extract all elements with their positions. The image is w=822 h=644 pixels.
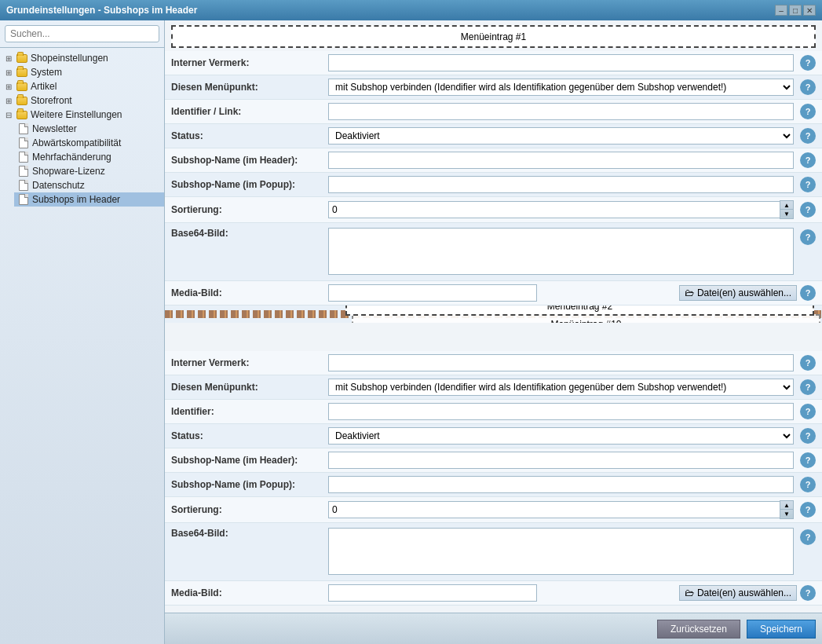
diesen-menupunkt-select-2[interactable]: mit Subshop verbinden (Idendifier wird a…: [328, 379, 794, 396]
sidebar-item-label: Artikel: [31, 81, 57, 92]
sidebar-item-label: Storefront: [31, 95, 72, 106]
diesen-menupunkt-control-2: mit Subshop verbinden (Idendifier wird a…: [328, 379, 794, 396]
file-btn-label: Datei(en) auswählen...: [697, 287, 791, 298]
subshop-name-header-input-2[interactable]: [328, 452, 794, 469]
spinner-buttons: ▲ ▼: [780, 500, 794, 519]
sidebar-item-weitere-einstellungen[interactable]: ⊟ Weitere Einstellungen: [0, 108, 164, 122]
status-select-1[interactable]: Deaktiviert Aktiviert: [328, 127, 794, 145]
sidebar-item-datenschutz[interactable]: Datenschutz: [14, 178, 164, 192]
help-button[interactable]: ?: [800, 79, 816, 95]
help-button[interactable]: ?: [800, 229, 816, 245]
minimize-button[interactable]: –: [775, 5, 787, 16]
sortierung-row-2: Sortierung: ▲ ▼ ?: [165, 497, 822, 523]
identifier-input-2[interactable]: [328, 403, 794, 420]
subshop-name-header-label-1: Subshop-Name (im Header):: [171, 155, 328, 166]
help-button[interactable]: ?: [800, 202, 816, 218]
subshop-name-popup-label-2: Subshop-Name (im Popup):: [171, 479, 328, 490]
identifier-link-input-1[interactable]: [328, 103, 794, 120]
help-button[interactable]: ?: [800, 379, 816, 395]
subshop-name-popup-input-2[interactable]: [328, 476, 794, 493]
subshop-name-header-row-2: Subshop-Name (im Header): ?: [165, 448, 822, 473]
save-button[interactable]: Speichern: [747, 620, 816, 639]
sidebar-item-system[interactable]: ⊞ System: [0, 65, 164, 79]
search-input[interactable]: [5, 25, 159, 42]
file-icon: 🗁: [685, 587, 694, 598]
file-select-button-2[interactable]: 🗁 Datei(en) auswählen...: [679, 585, 797, 601]
file-icon: 🗁: [685, 287, 694, 298]
interner-vermerk-control-1: [328, 54, 794, 71]
sortierung-input-2[interactable]: [328, 501, 780, 518]
folder-icon: [16, 53, 28, 64]
sidebar-item-label: Shopeinstellungen: [31, 53, 108, 64]
help-button[interactable]: ?: [800, 477, 816, 492]
help-button[interactable]: ?: [800, 428, 816, 444]
content-scroll[interactable]: Menüeintrag #1 Interner Vermerk: ? Diese…: [165, 20, 822, 613]
help-button[interactable]: ?: [800, 355, 816, 371]
spinner-down-button[interactable]: ▼: [780, 510, 793, 518]
base64-bild-label-1: Base64-Bild:: [171, 228, 328, 239]
help-button[interactable]: ?: [800, 55, 816, 71]
media-bild-input-2[interactable]: [328, 584, 537, 602]
spinner-wrapper: ▲ ▼: [328, 200, 794, 219]
help-button[interactable]: ?: [800, 152, 816, 168]
subshop-name-header-input-1[interactable]: [328, 152, 794, 169]
spinner-down-button[interactable]: ▼: [780, 210, 793, 218]
sidebar-item-storefront[interactable]: ⊞ Storefront: [0, 93, 164, 108]
help-button[interactable]: ?: [800, 452, 816, 468]
file-select-button-1[interactable]: 🗁 Datei(en) auswählen...: [679, 285, 797, 301]
sortierung-control-2: ▲ ▼: [328, 500, 794, 519]
media-bild-row-2: Media-Bild: 🗁 Datei(en) auswählen... ?: [165, 581, 822, 606]
reset-button[interactable]: Zurücksetzen: [657, 620, 740, 639]
diesen-menupunkt-row-1: Diesen Menüpunkt: mit Subshop verbinden …: [165, 75, 822, 100]
identifier-link-row-1: Identifier / Link: ?: [165, 100, 822, 124]
help-button[interactable]: ?: [800, 502, 816, 518]
sidebar-item-mehrfachaenderung[interactable]: Mehrfachänderung: [14, 150, 164, 164]
maximize-button[interactable]: □: [789, 5, 802, 16]
help-button[interactable]: ?: [800, 128, 816, 144]
spinner-up-button[interactable]: ▲: [780, 201, 793, 210]
base64-bild-control-1: [328, 228, 794, 277]
subshop-name-popup-row-2: Subshop-Name (im Popup): ?: [165, 473, 822, 497]
interner-vermerk-input-1[interactable]: [328, 54, 794, 71]
base64-bild-textarea-1[interactable]: [328, 228, 794, 275]
help-button[interactable]: ?: [800, 585, 816, 601]
base64-bild-textarea-2[interactable]: [328, 528, 794, 575]
status-select-2[interactable]: Deaktiviert Aktiviert: [328, 427, 794, 445]
sidebar-item-shopware-lizenz[interactable]: Shopware-Lizenz: [14, 164, 164, 178]
sidebar-item-artikel[interactable]: ⊞ Artikel: [0, 79, 164, 93]
sidebar-item-shopeinstellungen[interactable]: ⊞ Shopeinstellungen: [0, 51, 164, 65]
help-button[interactable]: ?: [800, 177, 816, 192]
doc-icon: [17, 180, 30, 191]
sortierung-input-1[interactable]: [328, 201, 780, 218]
media-bild-control-2: [328, 584, 676, 602]
media-bild-row-1: Media-Bild: 🗁 Datei(en) auswählen... ?: [165, 281, 822, 306]
media-bild-input-1[interactable]: [328, 284, 537, 302]
sidebar-item-newsletter[interactable]: Newsletter: [14, 122, 164, 136]
tree-toggle: ⊞: [3, 81, 14, 92]
doc-icon: [17, 137, 30, 148]
subshop-name-popup-input-1[interactable]: [328, 176, 794, 193]
diesen-menupunkt-label-2: Diesen Menüpunkt:: [171, 382, 328, 393]
sidebar: ⊞ Shopeinstellungen ⊞ System ⊞ Artikel ⊞…: [0, 20, 165, 644]
base64-bild-control-2: [328, 528, 794, 577]
help-button[interactable]: ?: [800, 404, 816, 419]
close-button[interactable]: ✕: [803, 5, 816, 16]
help-button[interactable]: ?: [800, 285, 816, 301]
window-controls: – □ ✕: [775, 5, 816, 16]
wavy-divider-area: Menüeintrag #2 Menüeintrag #10: [165, 306, 822, 323]
spinner-up-button[interactable]: ▲: [780, 501, 793, 510]
interner-vermerk-input-2[interactable]: [328, 354, 794, 371]
sidebar-item-abwaertskompatibilitaet[interactable]: Abwärtskompatibilität: [14, 136, 164, 150]
sidebar-item-subshops-im-header[interactable]: Subshops im Header: [14, 192, 164, 207]
menu-entry-2-box: Menüeintrag #2: [345, 306, 814, 316]
main-layout: ⊞ Shopeinstellungen ⊞ System ⊞ Artikel ⊞…: [0, 20, 822, 644]
bottom-bar: Zurücksetzen Speichern: [165, 613, 822, 644]
menu-entry-1-title: Menüeintrag #1: [461, 31, 526, 42]
diesen-menupunkt-select-1[interactable]: mit Subshop verbinden (Idendifier wird a…: [328, 79, 794, 96]
help-button[interactable]: ?: [800, 104, 816, 119]
subshop-name-header-row-1: Subshop-Name (im Header): ?: [165, 148, 822, 173]
interner-vermerk-control-2: [328, 354, 794, 371]
tree-toggle: ⊞: [3, 95, 14, 106]
menu-entry-1-box: Menüeintrag #1: [171, 25, 816, 48]
help-button[interactable]: ?: [800, 529, 816, 545]
